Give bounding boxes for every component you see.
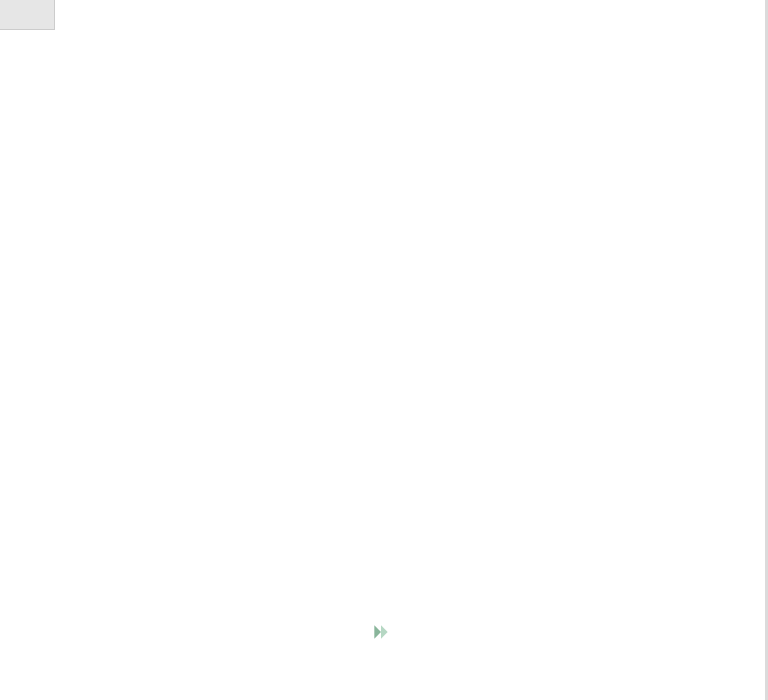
spreadsheet <box>0 0 768 700</box>
select-all-corner[interactable] <box>0 0 55 30</box>
watermark <box>371 622 397 642</box>
watermark-icon <box>371 622 391 642</box>
